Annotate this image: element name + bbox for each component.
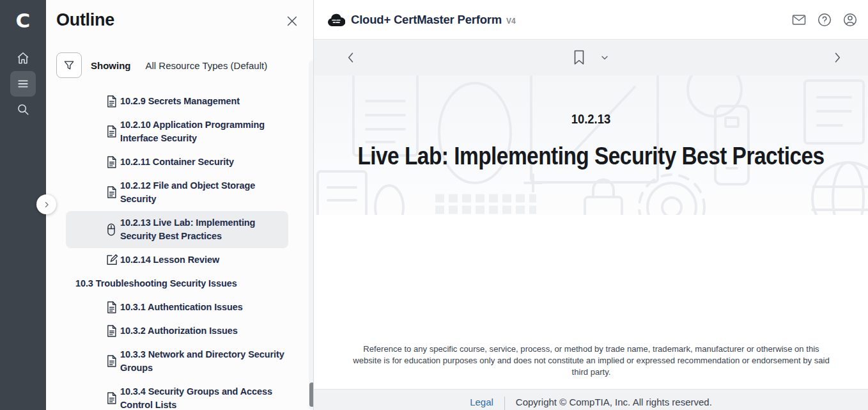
- bookmark-group: [314, 40, 868, 75]
- help-icon: [817, 12, 832, 28]
- document-icon: [106, 155, 118, 169]
- document-icon: [106, 392, 118, 406]
- outline-item-label: 10.3.3 Network and Directory Security Gr…: [120, 348, 288, 375]
- menu-icon: [17, 77, 29, 90]
- outline-item[interactable]: 10.2.14 Lesson Review: [66, 248, 288, 272]
- document-icon: [106, 186, 118, 200]
- filter-value: All Resource Types (Default): [146, 60, 268, 71]
- brand: Cloud+ CertMaster Perform V4: [327, 0, 516, 40]
- outline-item-label: 10.3.2 Authorization Issues: [120, 324, 238, 338]
- outline-item-label: 10.2.13 Live Lab: Implementing Security …: [120, 216, 288, 243]
- search-button[interactable]: [10, 97, 36, 122]
- filter-icon: [63, 59, 75, 72]
- lesson-review-edit-icon: [106, 253, 118, 267]
- outline-title: Outline: [56, 10, 114, 30]
- footer-divider: [504, 397, 505, 410]
- search-icon: [16, 102, 30, 116]
- outline-item-label: 10.3.4 Security Groups and Access Contro…: [120, 385, 288, 410]
- live-lab-mouse-icon: [106, 223, 118, 237]
- outline-panel: Outline Showing All Resource Types (Defa…: [46, 0, 313, 410]
- document-icon: [106, 301, 118, 314]
- outline-item[interactable]: 10.2.11 Container Security: [66, 150, 288, 174]
- lesson-title: Live Lab: Implementing Security Best Pra…: [347, 143, 835, 170]
- legal-link[interactable]: Legal: [470, 397, 493, 408]
- lesson-banner: 10.2.13 Live Lab: Implementing Security …: [314, 75, 868, 215]
- document-icon: [106, 355, 118, 368]
- help-button[interactable]: [817, 12, 832, 28]
- outline-item-selected[interactable]: 10.2.13 Live Lab: Implementing Security …: [66, 211, 288, 248]
- lesson-number: 10.2.13: [336, 112, 846, 127]
- lesson-toolbar: [314, 40, 868, 75]
- document-icon: [106, 95, 118, 108]
- outline-item[interactable]: 10.3.3 Network and Directory Security Gr…: [66, 343, 288, 380]
- footer-content: Legal Copyright © CompTIA, Inc. All righ…: [470, 397, 712, 410]
- outline-item-label: 10.2.9 Secrets Management: [120, 95, 240, 108]
- document-icon: [106, 125, 118, 139]
- home-icon: [16, 51, 30, 65]
- outline-section-label: 10.3 Troubleshooting Security Issues: [75, 277, 237, 290]
- messages-button[interactable]: [791, 12, 807, 28]
- bookmark-menu-button[interactable]: [600, 52, 610, 63]
- outline-item-label: 10.3.1 Authentication Issues: [120, 301, 243, 314]
- home-button[interactable]: [10, 45, 36, 71]
- app-title: Cloud+ CertMaster Perform: [351, 13, 502, 27]
- outline-menu-button[interactable]: [10, 71, 36, 97]
- outline-item[interactable]: 10.3.1 Authentication Issues: [66, 296, 288, 319]
- app-header: Cloud+ CertMaster Perform V4: [314, 0, 868, 40]
- bookmark-button[interactable]: [572, 49, 586, 66]
- filter-button[interactable]: [56, 52, 82, 78]
- close-outline-button[interactable]: [285, 14, 299, 28]
- header-actions: [791, 0, 858, 40]
- filter-showing-label: Showing: [91, 60, 131, 71]
- account-icon: [842, 12, 858, 28]
- outline-item[interactable]: 10.2.9 Secrets Management: [66, 90, 288, 113]
- outline-item[interactable]: 10.2.10 Application Programming Interfac…: [66, 113, 288, 150]
- main-content: Cloud+ CertMaster Perform V4: [313, 0, 868, 410]
- mail-icon: [791, 12, 807, 28]
- next-page-button[interactable]: [831, 51, 844, 64]
- outline-section-header: 10.3 Troubleshooting Security Issues: [66, 272, 288, 296]
- panel-expand-button[interactable]: [36, 194, 56, 214]
- outline-item-label: 10.2.11 Container Security: [120, 155, 234, 169]
- comptia-logo: C: [0, 6, 46, 35]
- page-footer: Legal Copyright © CompTIA, Inc. All righ…: [314, 389, 868, 410]
- chevron-down-icon: [600, 52, 610, 63]
- outline-list: 10.2.9 Secrets Management 10.2.10 Applic…: [66, 90, 288, 410]
- outline-item[interactable]: 10.3.2 Authorization Issues: [66, 319, 288, 343]
- outline-item-label: 10.2.10 Application Programming Interfac…: [120, 118, 288, 145]
- outline-item[interactable]: 10.2.12 File and Object Storage Security: [66, 174, 288, 211]
- outline-item[interactable]: 10.3.4 Security Groups and Access Contro…: [66, 380, 288, 410]
- document-icon: [106, 324, 118, 338]
- bookmark-icon: [572, 49, 586, 66]
- disclaimer-text: Reference to any specific course, servic…: [353, 343, 830, 378]
- outline-item-label: 10.2.12 File and Object Storage Security: [120, 179, 288, 206]
- filter-row: Showing All Resource Types (Default): [56, 52, 267, 78]
- chevron-right-icon: [43, 201, 50, 209]
- copyright-text: Copyright © CompTIA, Inc. All rights res…: [516, 397, 712, 408]
- cloud-icon: [327, 13, 345, 27]
- app-version: V4: [506, 14, 516, 26]
- outline-item-label: 10.2.14 Lesson Review: [120, 253, 219, 267]
- chevron-right-icon: [831, 51, 844, 64]
- close-icon: [285, 14, 299, 28]
- account-button[interactable]: [842, 12, 858, 28]
